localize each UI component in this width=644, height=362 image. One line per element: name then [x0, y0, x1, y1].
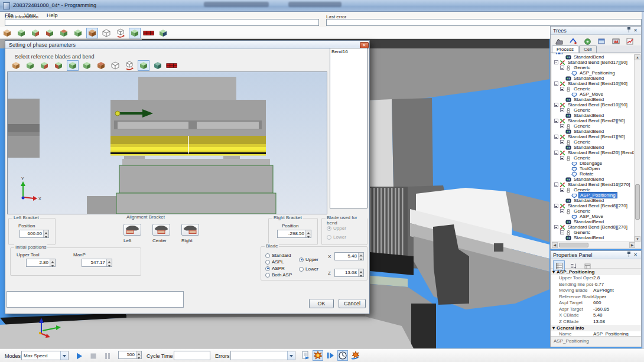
tree-item[interactable]: Generic [552, 155, 635, 161]
tree-item[interactable]: Generic [552, 139, 635, 145]
bend-listbox[interactable]: Bend16 [330, 48, 367, 208]
pin-icon[interactable] [626, 27, 632, 34]
collapse-icon[interactable] [554, 204, 558, 208]
view-cube-green-icon[interactable] [15, 28, 27, 38]
report-chart-icon[interactable] [624, 36, 636, 47]
view-cube-brown-icon[interactable] [1, 28, 13, 38]
collapse-icon[interactable] [554, 119, 558, 123]
pin-icon[interactable] [626, 252, 632, 258]
tab-process[interactable]: Process [552, 45, 578, 53]
blade-preview-3d-view[interactable]: Y X [7, 71, 327, 214]
property-category[interactable]: ▾General Info [551, 325, 641, 331]
manp-spinner[interactable]: 547.17 [82, 259, 112, 267]
category-collapse-icon[interactable]: ▾ [552, 325, 555, 331]
dialog-titlebar[interactable]: Setting of phase parameters [5, 41, 369, 49]
view-cube-green-red-top-icon[interactable] [58, 28, 70, 38]
collapse-icon[interactable] [554, 60, 558, 64]
menu-help[interactable]: Help [42, 12, 63, 19]
tree-item[interactable]: Generic [552, 208, 635, 214]
property-row[interactable]: Bending line pos-0.77 [551, 282, 641, 288]
tree-item[interactable]: ASP_Move [552, 214, 635, 219]
collapse-icon[interactable] [554, 151, 558, 155]
property-row[interactable]: X CBlade5.48 [551, 312, 641, 319]
tree-item[interactable]: Rotate [552, 171, 635, 177]
tree-item[interactable]: Standard Bend [Bend8][270] [552, 203, 635, 208]
blade-type-aspr-radio[interactable]: ASPR [265, 266, 285, 271]
tree-item[interactable]: Generic [552, 230, 635, 235]
dialog-message-box[interactable] [6, 291, 184, 308]
tree-item[interactable]: Generic [552, 65, 635, 70]
speed-spinner[interactable]: 500 [118, 351, 142, 359]
play-button[interactable] [73, 351, 85, 361]
blade-cube-green-red-left-icon[interactable] [53, 60, 64, 71]
cell-window-icon[interactable] [596, 36, 607, 47]
blade-cube-brown-icon[interactable] [10, 60, 22, 71]
collision-check-icon[interactable] [313, 350, 323, 361]
pause-button[interactable] [102, 351, 113, 361]
tree-item[interactable]: ToolOpen [552, 166, 635, 171]
view-cube-green-red-left-icon[interactable] [44, 28, 56, 38]
view-cube-refresh-icon[interactable] [115, 28, 126, 38]
property-row[interactable]: Aspl Target600 [551, 300, 641, 306]
x-cblade-spinner[interactable]: 5.48 [334, 252, 364, 260]
tree-horizontal-scrollbar[interactable]: ◀ ▶ [552, 242, 635, 247]
tree-item[interactable]: Standard Bend [Bend20] [Bend21][2 [552, 150, 635, 155]
property-row[interactable]: Aspr Target-360.85 [551, 306, 641, 313]
property-row[interactable]: Moving BladeASPRight [551, 288, 641, 294]
mode-dropdown[interactable]: Max Speed [21, 351, 69, 360]
upper-tool-spinner[interactable]: 2.80 [26, 259, 56, 267]
last-error-field[interactable] [326, 19, 642, 26]
property-row[interactable]: Reference BladeUpper [551, 294, 641, 301]
blade-block-striped-icon[interactable] [166, 60, 178, 71]
blade-cube-green-icon[interactable] [24, 60, 36, 71]
collapse-icon[interactable] [560, 124, 564, 128]
blade-side-lower-radio[interactable]: Lower [299, 266, 318, 272]
ok-button[interactable]: OK [309, 299, 334, 308]
collapse-icon[interactable] [554, 225, 558, 229]
stop-button[interactable] [87, 351, 99, 361]
errors-dropdown[interactable] [230, 351, 295, 360]
blade-cube-green-selected2-icon[interactable] [138, 60, 149, 71]
tree-item[interactable]: ASP_Positioning [552, 193, 635, 198]
cancel-button[interactable]: Cancel [339, 299, 366, 308]
tree-vertical-scrollbar[interactable]: ▲ ▼ [634, 54, 640, 242]
last-information-field[interactable] [5, 19, 319, 26]
collapse-icon[interactable] [554, 103, 558, 107]
alignment-left-button[interactable] [123, 224, 141, 236]
tree-item[interactable]: Generic [552, 86, 635, 92]
tree-item[interactable]: Disengage [552, 161, 635, 166]
window-titlebar[interactable]: Z08372481000_04* - Programming [0, 0, 644, 12]
tree-item[interactable]: Generic [552, 123, 635, 129]
collapse-icon[interactable] [554, 81, 558, 86]
property-row[interactable]: Z CBlade13.08 [551, 319, 641, 325]
blade-type-both-asp-radio[interactable]: Both ASP [265, 272, 292, 278]
z-cblade-spinner[interactable]: 13.08 [334, 269, 364, 277]
blade-cube-brown-red-icon[interactable] [95, 60, 107, 71]
view-cube-green2-icon[interactable] [72, 28, 84, 38]
collapse-icon[interactable] [560, 156, 564, 160]
blade-cube-teal-icon[interactable] [152, 60, 164, 71]
tree-item[interactable]: Generic [552, 107, 635, 113]
view-cube-green-dark-icon[interactable] [157, 28, 169, 38]
blade-type-aspl-radio[interactable]: ASPL [265, 259, 284, 265]
property-category[interactable]: ▾ASP_Positioning [551, 269, 641, 275]
collapse-icon[interactable] [554, 182, 558, 187]
step-simulation-icon[interactable] [325, 350, 336, 361]
tab-cell[interactable]: Cell [579, 45, 597, 53]
collapse-icon[interactable] [560, 209, 564, 213]
blade-type-standard-radio[interactable]: Standard [265, 253, 291, 258]
tree-item[interactable]: Standard Bend [Bend8][270] [552, 224, 635, 230]
collapse-icon[interactable] [560, 108, 564, 112]
tree-item[interactable]: ASP_Positioning [552, 70, 635, 76]
blade-side-upper-radio[interactable]: Upper [299, 257, 318, 262]
simulation-screen-icon[interactable] [610, 36, 622, 47]
left-bracket-position-spinner[interactable]: 600.00 [19, 230, 49, 238]
tree-item[interactable]: ASP_Move [552, 92, 635, 97]
measure-block-icon[interactable] [143, 28, 155, 38]
collapse-icon[interactable] [560, 188, 564, 192]
collapse-icon[interactable] [560, 87, 564, 91]
tree-item[interactable]: StandardBend [552, 235, 635, 240]
tree-item[interactable]: Standard Bend [Bend16][270] [552, 182, 635, 187]
tree-item[interactable]: Standard Bend [Bend2][90] [552, 118, 635, 123]
view-cube-green-selected-icon[interactable] [129, 28, 141, 38]
